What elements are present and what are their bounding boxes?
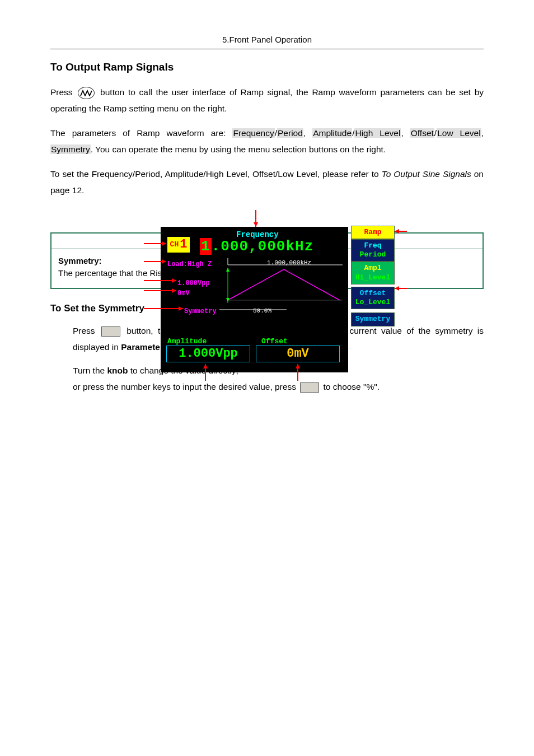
menu-ampl-hilevel[interactable]: Ampl Hi_Level [351, 262, 395, 284]
text: Press [50, 87, 76, 97]
glossary-term: Symmetry: [58, 256, 102, 265]
param-frequency: Frequency [232, 128, 274, 138]
param-low-level: Low Level [437, 128, 481, 138]
page-header: 5.Front Panel Operation [50, 34, 484, 49]
param-offset: Offset [410, 128, 434, 138]
svg-marker-5 [226, 268, 229, 272]
knob-label: knob [107, 366, 128, 375]
svg-marker-8 [254, 222, 258, 227]
param-period: Period [277, 128, 303, 138]
paragraph-1: Press button to call the user interface … [50, 84, 484, 117]
device-menu: Ramp Freq Period Ampl Hi_Level Offset Lo… [351, 226, 395, 326]
text: To set the Frequency/Period, Amplitude/H… [50, 169, 382, 179]
menu-offset-lolevel[interactable]: Offset Lo_Level [351, 287, 395, 310]
lcd-frequency-value: 1.000,000kHz [200, 236, 313, 258]
lcd-offset-box: 0mV [256, 346, 340, 362]
text: The parameters of Ramp waveform are: [50, 128, 232, 138]
paragraph-2: The parameters of Ramp waveform are: Fre… [50, 125, 484, 158]
text: button to call the user interface of Ram… [50, 87, 484, 113]
reference-link: To Output Sine Signals [382, 169, 471, 179]
param-amplitude: Amplitude [312, 128, 352, 138]
menu-symmetry[interactable]: Symmetry [351, 312, 395, 326]
softkey-button-icon [300, 382, 319, 393]
lcd-screen: Frequency CH1 1.000,000kHz Load:High Z 1… [161, 227, 348, 372]
lcd-amplitude-box: 1.000Vpp [166, 346, 250, 362]
menu-ramp[interactable]: Ramp [351, 226, 395, 239]
lcd-waveform-graph [166, 258, 343, 320]
text: . You can operate the menu by using the … [91, 144, 386, 154]
param-high-level: High Level [354, 128, 401, 138]
param-symmetry: Symmetry [50, 144, 91, 154]
menu-freq-period[interactable]: Freq Period [351, 239, 395, 262]
ramp-waveform-button-icon [78, 87, 95, 99]
softkey-button-icon [101, 326, 120, 337]
paragraph-3: To set the Frequency/Period, Amplitude/H… [50, 166, 484, 199]
lcd-channel-badge: CH1 [167, 237, 190, 253]
heading-output-ramp: To Output Ramp Signals [50, 59, 484, 76]
